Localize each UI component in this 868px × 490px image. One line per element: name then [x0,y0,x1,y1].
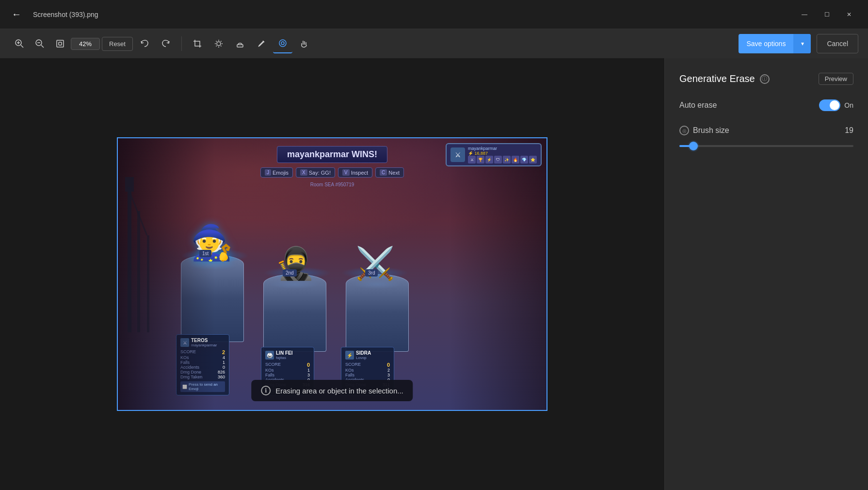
zoom-in-button[interactable] [10,34,29,53]
card-3rd-header: ⚡ SIDRA Lovop [345,350,390,360]
winner-text: mayankparmar WINS! [287,149,377,159]
save-options-button[interactable]: Save options ▾ [739,34,811,53]
tooltip: ℹ Erasing area or object in the selectio… [251,380,413,401]
erase-button[interactable] [273,34,292,53]
auto-erase-state: On [844,101,853,109]
avatar-gold: ⚡ 16,887 [468,151,537,156]
bg-right [450,138,547,410]
brush-header: ◎ Brush size 19 [679,126,853,135]
svg-point-20 [279,40,286,47]
svg-point-21 [281,42,284,45]
room-label: Room SEA #950719 [310,182,354,187]
svg-rect-25 [137,211,140,332]
stamp-button[interactable] [230,34,250,53]
svg-rect-23 [125,177,134,192]
cancel-button[interactable]: Cancel [817,34,858,53]
game-screenshot: ⚔ mayankparmar ⚡ 16,887 ⚔ 🏆 ⚡ 🛡 ✨ 🔥 💎 [118,138,547,410]
svg-point-9 [217,42,221,46]
toggle-knob [830,100,839,110]
undo-button[interactable] [135,34,154,53]
saygg-label: Say: GG! [309,170,331,176]
back-button[interactable]: ← [8,6,25,23]
icon-6: 🔥 [512,156,519,163]
auto-erase-toggle[interactable] [819,99,840,111]
player-avatar-area: ⚔ mayankparmar ⚡ 16,887 ⚔ 🏆 ⚡ 🛡 ✨ 🔥 💎 [446,143,542,166]
zoom-value-input[interactable]: 42% [71,38,100,50]
save-options-label: Save options [739,40,793,48]
tooltip-info-icon: ℹ [261,386,271,395]
window-controls: — ☐ ✕ [793,6,860,23]
place-badge-3rd: 3rd [365,269,378,277]
toolbar-divider-1 [181,36,182,51]
player-name-2: fajitas [276,356,292,360]
zoom-group: 42% [10,34,100,53]
icon-7: 💎 [520,156,528,163]
svg-rect-8 [59,42,62,45]
char-name-2: LIN FEI [276,350,292,356]
game-buttons-bar: J Emojis X Say: GG! V Inspect C Next [260,167,404,178]
panel-info-icon[interactable]: ⓘ [760,74,770,84]
winner-banner: mayankparmar WINS! [277,146,387,163]
minimize-button[interactable]: — [793,6,816,23]
brush-size-label: Brush size [693,126,845,135]
saygg-btn: X Say: GG! [296,167,335,178]
svg-rect-18 [237,45,243,47]
emojis-btn: J Emojis [260,167,293,178]
svg-line-5 [41,45,44,48]
svg-line-15 [221,46,221,46]
brush-size-icon: ◎ [679,126,689,135]
place-badge-2nd: 2nd [283,269,297,277]
icon-4: 🛡 [494,156,502,163]
markup-button[interactable] [252,34,271,53]
inspect-btn: V Inspect [338,167,372,178]
close-button[interactable]: ✕ [838,6,860,23]
key-v: V [342,169,350,176]
toolbar: 42% Reset [0,29,868,58]
panel-header: Generative Erase ⓘ Preview [679,73,853,85]
panel-title: Generative Erase [679,73,755,84]
image-container: ⚔ mayankparmar ⚡ 16,887 ⚔ 🏆 ⚡ 🛡 ✨ 🔥 💎 [117,137,547,411]
player-name-3: Lovop [356,356,371,360]
avatar-name: mayankparmar [468,146,537,151]
preview-button[interactable]: Preview [819,73,853,85]
brush-size-value: 19 [845,126,853,135]
icon-2: 🏆 [477,156,484,163]
svg-line-16 [221,41,221,42]
avatar-icons: ⚔ 🏆 ⚡ 🛡 ✨ 🔥 💎 ⭐ [468,156,537,163]
kos-row-3: KOs 2 [345,368,390,373]
reset-button[interactable]: Reset [102,37,133,51]
avatar-info: mayankparmar ⚡ 16,887 ⚔ 🏆 ⚡ 🛡 ✨ 🔥 💎 ⭐ [468,146,537,163]
tooltip-text: Erasing area or object in the selection.… [275,387,403,395]
zoom-out-button[interactable] [30,34,49,53]
icon-3: ⚡ [485,156,493,163]
svg-rect-7 [57,40,64,47]
redo-button[interactable] [156,34,176,53]
char-name-3: SIDRA [356,350,371,356]
key-j: J [265,169,271,176]
icon-1: ⚔ [468,156,476,163]
char-teros: 🧙 [191,226,233,260]
gesture-button[interactable] [294,34,314,53]
icon-5: ✨ [503,156,511,163]
key-c: C [380,169,387,176]
key-x: X [300,169,307,176]
score-row-2: SCORE 0 [265,362,310,368]
auto-erase-label: Auto erase [679,101,819,110]
falls-row-2: Falls 3 [265,373,310,377]
brightness-button[interactable] [209,34,228,53]
next-btn: C Next [375,167,404,178]
zoom-fit-button[interactable] [50,34,70,53]
crop-button[interactable] [188,34,207,53]
right-panel: Generative Erase ⓘ Preview Auto erase On… [664,58,868,490]
auto-erase-row: Auto erase On [679,99,853,111]
avatar-icon: ⚔ [450,147,465,162]
falls-row-3: Falls 3 [345,373,390,377]
svg-line-17 [216,46,216,46]
svg-line-14 [216,41,216,42]
titlebar: ← Screenshot (393).png — ☐ ✕ [0,0,868,29]
maximize-button[interactable]: ☐ [816,6,838,23]
main-content: ⚔ mayankparmar ⚡ 16,887 ⚔ 🏆 ⚡ 🛡 ✨ 🔥 💎 [0,58,868,490]
next-label: Next [388,170,400,176]
brush-size-row: ◎ Brush size 19 [679,126,853,151]
chevron-down-icon: ▾ [793,34,811,53]
